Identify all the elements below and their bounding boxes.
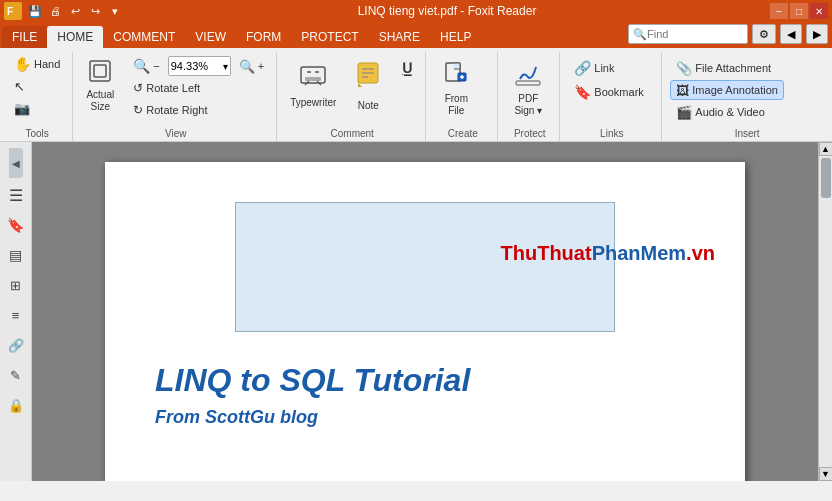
actual-size-icon <box>86 57 114 89</box>
close-button[interactable]: ✕ <box>810 3 828 19</box>
pdf-page: ThuThuatPhanMem.vn LINQ to SQL Tutorial … <box>105 162 745 481</box>
main-area: ◀ ☰ 🔖 ▤ ⊞ ≡ 🔗 ✎ 🔒 ThuThuatPhanMem.vn LIN… <box>0 142 832 481</box>
settings-button[interactable]: ⚙ <box>752 24 776 44</box>
scrollbar-track[interactable] <box>819 156 833 467</box>
redo-icon[interactable]: ↪ <box>86 3 104 19</box>
maximize-button[interactable]: □ <box>790 3 808 19</box>
nav-back-button[interactable]: ◀ <box>780 24 802 44</box>
audio-video-icon: 🎬 <box>676 105 692 120</box>
panel-btn-5[interactable]: ≡ <box>3 302 29 328</box>
panel-btn-2[interactable]: 🔖 <box>3 212 29 238</box>
bookmark-label: Bookmark <box>594 86 644 98</box>
view-content: Actual Size 🔍 − ▾ 🔍 + <box>81 54 270 126</box>
actual-size-button[interactable]: Actual Size <box>81 54 119 116</box>
tab-help[interactable]: HELP <box>430 26 481 48</box>
underline-button[interactable]: U̲ <box>395 58 419 78</box>
from-file-label2: File <box>445 105 468 117</box>
panel-btn-3[interactable]: ▤ <box>3 242 29 268</box>
tab-view[interactable]: VIEW <box>185 26 236 48</box>
dropdown-icon[interactable]: ▾ <box>106 3 124 19</box>
tab-comment[interactable]: COMMENT <box>103 26 185 48</box>
scroll-up-button[interactable]: ▲ <box>819 142 833 156</box>
tab-form[interactable]: FORM <box>236 26 291 48</box>
menu-bar: FILE HOME COMMENT VIEW FORM PROTECT SHAR… <box>0 22 832 48</box>
zoom-dropdown-icon[interactable]: ▾ <box>223 61 228 72</box>
nav-forward-button[interactable]: ▶ <box>806 24 828 44</box>
left-panel: ◀ ☰ 🔖 ▤ ⊞ ≡ 🔗 ✎ 🔒 <box>0 142 32 481</box>
panel-btn-4[interactable]: ⊞ <box>3 272 29 298</box>
from-file-label1: From <box>445 93 468 105</box>
ribbon-group-create: From File Create <box>428 52 498 141</box>
right-scrollbar: ▲ ▼ <box>818 142 832 481</box>
zoom-out-button[interactable]: 🔍 − <box>127 56 165 76</box>
undo-icon[interactable]: ↩ <box>66 3 84 19</box>
zoom-in-button[interactable]: 🔍 + <box>233 56 270 76</box>
quick-access-toolbar: 💾 🖨 ↩ ↪ ▾ <box>26 3 124 19</box>
zoom-control[interactable]: ▾ <box>168 56 231 76</box>
panel-btn-7[interactable]: ✎ <box>3 362 29 388</box>
pdf-canvas[interactable]: ThuThuatPhanMem.vn LINQ to SQL Tutorial … <box>32 142 818 481</box>
ribbon-group-view: Actual Size 🔍 − ▾ 🔍 + <box>75 52 277 141</box>
typewriter-button[interactable]: Typewriter <box>285 54 341 112</box>
zoom-input[interactable] <box>171 60 221 72</box>
links-group-label: Links <box>568 126 655 139</box>
ribbon-group-protect: PDF Sign ▾ Protect <box>500 52 560 141</box>
search-input[interactable] <box>647 28 727 40</box>
save-icon[interactable]: 💾 <box>26 3 44 19</box>
create-group-label: Create <box>434 126 491 139</box>
pdf-sign-label2: Sign ▾ <box>514 105 542 117</box>
note-button[interactable]: Note <box>347 54 389 114</box>
protect-content: PDF Sign ▾ <box>506 54 553 126</box>
insert-content: 📎 File Attachment 🖼 Image Annotation 🎬 A… <box>670 54 824 126</box>
print-icon[interactable]: 🖨 <box>46 3 64 19</box>
svg-marker-14 <box>358 83 362 87</box>
scrollbar-thumb[interactable] <box>821 158 831 198</box>
rotate-right-button[interactable]: ↻ Rotate Right <box>127 100 270 120</box>
ribbon-group-links: 🔗 Link 🔖 Bookmark Links <box>562 52 662 141</box>
minimize-button[interactable]: − <box>770 3 788 19</box>
panel-collapse-arrow[interactable]: ◀ <box>9 148 23 178</box>
scroll-down-button[interactable]: ▼ <box>819 467 833 481</box>
link-label: Link <box>594 62 614 74</box>
ribbon: ✋ Hand ↖ 📷 Tools <box>0 48 832 142</box>
hand-icon: ✋ <box>14 56 31 72</box>
pdf-sign-button[interactable]: PDF Sign ▾ <box>506 54 550 120</box>
link-button[interactable]: 🔗 Link <box>568 58 620 78</box>
image-annotation-button[interactable]: 🖼 Image Annotation <box>670 80 784 100</box>
audio-video-button[interactable]: 🎬 Audio & Video <box>670 102 771 122</box>
ribbon-group-insert: 📎 File Attachment 🖼 Image Annotation 🎬 A… <box>664 52 830 141</box>
snapshot-button[interactable]: 📷 <box>8 98 66 118</box>
from-file-button[interactable]: From File <box>434 54 478 120</box>
search-icon: 🔍 <box>633 28 647 41</box>
zoom-in-icon: 🔍 <box>239 59 255 74</box>
watermark: ThuThuatPhanMem.vn <box>501 242 715 265</box>
svg-text:F: F <box>7 6 13 17</box>
comment-content: Typewriter Note U̲ <box>285 54 419 126</box>
links-content: 🔗 Link 🔖 Bookmark <box>568 54 655 126</box>
file-attachment-label: File Attachment <box>695 62 771 74</box>
hand-tool-button[interactable]: ✋ Hand <box>8 54 66 74</box>
hand-label: Hand <box>34 58 60 70</box>
file-attachment-button[interactable]: 📎 File Attachment <box>670 58 777 78</box>
title-bar-left: F 💾 🖨 ↩ ↪ ▾ <box>4 2 124 20</box>
search-bar[interactable]: 🔍 <box>628 24 748 44</box>
pdf-sign-label1: PDF <box>514 93 542 105</box>
svg-rect-3 <box>94 65 106 77</box>
pdf-image-placeholder <box>235 202 615 332</box>
cursor-icon: ↖ <box>14 79 25 94</box>
tab-file[interactable]: FILE <box>2 26 47 48</box>
bookmark-button[interactable]: 🔖 Bookmark <box>568 82 650 102</box>
tab-home[interactable]: HOME <box>47 26 103 48</box>
tab-share[interactable]: SHARE <box>369 26 430 48</box>
rotate-right-label: Rotate Right <box>146 104 207 116</box>
select-tool-button[interactable]: ↖ <box>8 76 66 96</box>
pdf-subtitle: From ScottGu blog <box>155 407 695 428</box>
rotate-left-label: Rotate Left <box>146 82 200 94</box>
rotate-left-button[interactable]: ↺ Rotate Left <box>127 78 270 98</box>
panel-btn-1[interactable]: ☰ <box>3 182 29 208</box>
panel-btn-8[interactable]: 🔒 <box>3 392 29 418</box>
panel-btn-6[interactable]: 🔗 <box>3 332 29 358</box>
tab-protect[interactable]: PROTECT <box>291 26 368 48</box>
window-controls: − □ ✕ <box>770 3 828 19</box>
camera-icon: 📷 <box>14 101 30 116</box>
